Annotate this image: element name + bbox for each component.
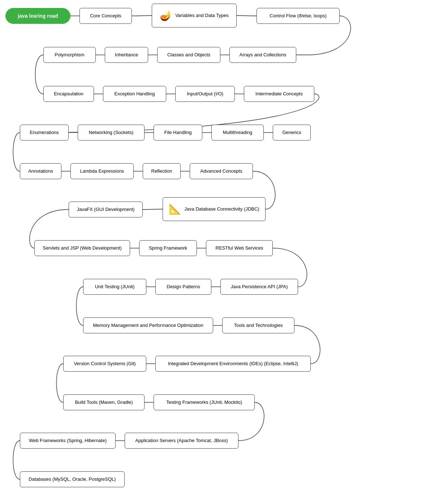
- node-label-start: java learing road: [18, 13, 58, 19]
- node-networking: Networking (Sockets): [78, 125, 145, 141]
- node-icon-jdbc: 📐: [169, 203, 181, 216]
- node-arrays: Arrays and Collections: [229, 47, 296, 63]
- node-filehandling: File Handling: [154, 125, 202, 141]
- node-label-servlets: Servlets and JSP (Web Development): [43, 245, 121, 251]
- node-classes: Classes and Objects: [157, 47, 220, 63]
- node-javafx: JavaFX (GUI Development): [69, 202, 143, 217]
- node-encapsulation: Encapsulation: [43, 86, 94, 102]
- node-databases: Databases (MySQL, Oracle, PostgreSQL): [20, 471, 125, 487]
- node-label-control: Control Flow (if/else, loops): [270, 13, 327, 19]
- node-vars: 🪔Variables and Data Types: [152, 4, 237, 27]
- node-label-ide: Integrated Development Environments (IDE…: [168, 361, 298, 367]
- node-label-arrays: Arrays and Collections: [239, 52, 286, 58]
- node-label-exception: Exception Handling: [114, 91, 155, 97]
- node-label-filehandling: File Handling: [164, 130, 192, 136]
- node-inheritance: Inheritance: [105, 47, 148, 63]
- node-label-junit: Unit Testing (JUnit): [95, 284, 135, 290]
- node-advanced: Advanced Concepts: [190, 163, 253, 179]
- node-label-databases: Databases (MySQL, Oracle, PostgreSQL): [29, 476, 116, 483]
- node-enumerations: Enumerations: [20, 125, 69, 141]
- node-reflection: Reflection: [143, 163, 181, 179]
- node-label-io: Input/Output (I/O): [187, 91, 223, 97]
- node-restful: RESTful Web Services: [206, 240, 273, 256]
- node-label-javafx: JavaFX (GUI Development): [77, 207, 135, 213]
- node-intermediate: Intermediate Concepts: [244, 86, 314, 102]
- node-label-reflection: Reflection: [151, 168, 172, 174]
- node-label-intermediate: Intermediate Concepts: [255, 91, 303, 97]
- node-testing: Testing Frameworks (JUnit, Mockito): [154, 394, 255, 410]
- node-lambda: Lambda Expressions: [70, 163, 134, 179]
- node-control: Control Flow (if/else, loops): [257, 8, 340, 24]
- node-label-multithreading: Multithreading: [223, 130, 253, 136]
- roadmap-container: java learing roadCore Concepts🪔Variables…: [0, 0, 448, 497]
- node-icon-vars: 🪔: [160, 9, 172, 22]
- node-label-tools: Tools and Technologies: [234, 323, 283, 329]
- node-label-networking: Networking (Sockets): [89, 130, 134, 136]
- node-appservers: Application Servers (Apache Tomcat, JBos…: [125, 433, 238, 449]
- node-ide: Integrated Development Environments (IDE…: [155, 356, 311, 372]
- node-core: Core Concepts: [79, 8, 132, 24]
- node-label-webframeworks: Web Frameworks (Spring, Hibernate): [29, 438, 107, 444]
- node-spring: Spring Framework: [139, 240, 197, 256]
- node-label-testing: Testing Frameworks (JUnit, Mockito): [166, 399, 242, 406]
- node-label-annotations: Annotations: [28, 168, 53, 174]
- node-label-encapsulation: Encapsulation: [54, 91, 83, 97]
- node-label-inheritance: Inheritance: [115, 52, 138, 58]
- node-start: java learing road: [5, 8, 70, 24]
- node-label-memory: Memory Management and Performance Optimi…: [93, 323, 203, 329]
- node-build: Build Tools (Maven, Gradle): [63, 394, 145, 410]
- node-junit: Unit Testing (JUnit): [83, 279, 146, 295]
- node-label-build: Build Tools (Maven, Gradle): [75, 399, 133, 406]
- node-label-core: Core Concepts: [90, 13, 121, 19]
- node-webframeworks: Web Frameworks (Spring, Hibernate): [20, 433, 116, 449]
- node-label-classes: Classes and Objects: [167, 52, 210, 58]
- node-servlets: Servlets and JSP (Web Development): [34, 240, 130, 256]
- node-label-jpa: Java Persistence API (JPA): [231, 284, 288, 290]
- node-jdbc: 📐Java Database Connectivity (JDBC): [163, 197, 266, 221]
- node-io: Input/Output (I/O): [175, 86, 235, 102]
- node-label-spring: Spring Framework: [149, 245, 187, 251]
- node-label-advanced: Advanced Concepts: [200, 168, 242, 174]
- node-label-polymorphism: Polymorphism: [55, 52, 84, 58]
- node-label-generics: Generics: [282, 130, 301, 136]
- node-label-restful: RESTful Web Services: [216, 245, 263, 251]
- node-label-vcs: Version Control Systems (Git): [74, 361, 135, 367]
- node-label-patterns: Design Patterns: [167, 284, 200, 290]
- node-polymorphism: Polymorphism: [43, 47, 96, 63]
- node-exception: Exception Handling: [103, 86, 166, 102]
- node-jpa: Java Persistence API (JPA): [220, 279, 298, 295]
- node-label-enumerations: Enumerations: [30, 130, 59, 136]
- node-tools: Tools and Technologies: [222, 317, 294, 333]
- node-multithreading: Multithreading: [211, 125, 264, 141]
- node-memory: Memory Management and Performance Optimi…: [83, 317, 213, 333]
- node-label-jdbc: Java Database Connectivity (JDBC): [184, 206, 259, 212]
- node-generics: Generics: [273, 125, 311, 141]
- node-patterns: Design Patterns: [155, 279, 211, 295]
- node-label-vars: Variables and Data Types: [175, 13, 229, 19]
- node-annotations: Annotations: [20, 163, 61, 179]
- node-label-appservers: Application Servers (Apache Tomcat, JBos…: [135, 438, 228, 444]
- node-label-lambda: Lambda Expressions: [80, 168, 124, 174]
- node-vcs: Version Control Systems (Git): [63, 356, 146, 372]
